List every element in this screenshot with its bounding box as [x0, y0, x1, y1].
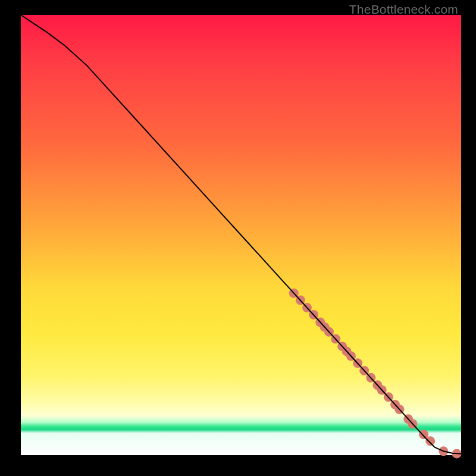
plot-area	[21, 15, 461, 455]
curve-line	[21, 15, 461, 454]
chart-svg	[21, 15, 461, 455]
watermark-text: TheBottleneck.com	[349, 2, 458, 17]
data-point	[425, 436, 435, 446]
marker-series	[289, 289, 462, 459]
chart-stage: TheBottleneck.com	[0, 0, 476, 476]
